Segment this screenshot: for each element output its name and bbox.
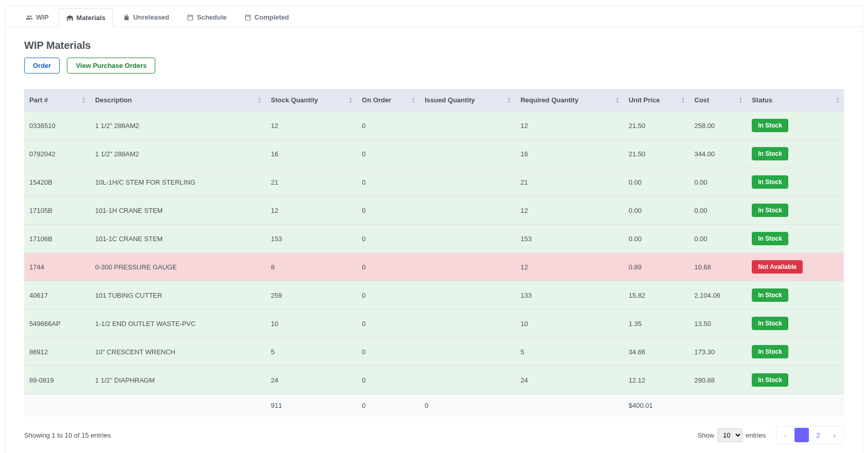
status-badge: In Stock — [752, 317, 788, 330]
sort-icon: ▲▼ — [681, 97, 685, 103]
sort-icon: ▲▼ — [349, 97, 353, 103]
column-header[interactable]: Unit Price▲▼ — [623, 89, 689, 112]
cell: 12.12 — [623, 366, 689, 394]
totals-cell — [689, 394, 747, 417]
cell: 0-300 PRESSURE GAUGE — [90, 253, 266, 281]
cell: 34.66 — [623, 338, 689, 366]
table-row[interactable]: 17106B101-1C CRANE STEM15301530.000.00In… — [24, 225, 844, 253]
table-footer-bar: Showing 1 to 10 of 15 entries Show 10 en… — [24, 426, 844, 444]
cell: 133 — [515, 281, 623, 310]
cell — [420, 310, 515, 338]
totals-cell — [515, 394, 623, 417]
table-body: 03365101 1/2" 288AM21201221.50258.00In S… — [24, 112, 844, 394]
column-header[interactable]: Description▲▼ — [90, 89, 266, 112]
cell: 12 — [515, 112, 623, 140]
cell: 1 1/2" DIAPHRAGM — [90, 366, 266, 394]
totals-cell — [747, 394, 844, 417]
cell: 24 — [515, 366, 623, 394]
sort-icon: ▲▼ — [836, 97, 840, 103]
cell: 0.00 — [689, 225, 747, 253]
table-row[interactable]: 8691210" CRESCENT WRENCH50534.66173.30In… — [24, 338, 844, 366]
cell: 10.68 — [689, 253, 747, 281]
tab-unreleased[interactable]: Unreleased — [115, 8, 177, 27]
cell: 0.00 — [623, 168, 689, 196]
table-row[interactable]: 15420B10L-1H/C STEM FOR STERLING210210.0… — [24, 168, 844, 196]
calendar-icon — [187, 14, 194, 21]
cell: 0 — [357, 168, 420, 196]
lock-icon — [123, 14, 130, 21]
page-card: WIPMaterialsUnreleasedScheduleCompleted … — [5, 5, 863, 453]
cell: 21.50 — [623, 112, 689, 140]
cell: 40617 — [24, 281, 90, 310]
column-header[interactable]: Issued Quantity▲▼ — [420, 89, 515, 112]
cell: 13.50 — [689, 310, 747, 338]
tab-wip[interactable]: WIP — [18, 8, 57, 27]
sort-icon: ▲▼ — [411, 97, 415, 103]
table-row[interactable]: 07920421 1/2" 288AM21601621.50344.00In S… — [24, 140, 844, 168]
column-label: Description — [95, 96, 132, 104]
entries-label: entries — [746, 431, 766, 439]
table-row[interactable]: 17440-300 PRESSURE GAUGE80120.8910.68Not… — [24, 253, 844, 281]
status-badge: In Stock — [752, 232, 788, 245]
page-size-select[interactable]: 10 — [717, 428, 743, 442]
tab-label: Materials — [77, 14, 105, 22]
table-row[interactable]: 89-08191 1/2" DIAPHRAGM2402412.12290.88I… — [24, 366, 844, 394]
sort-icon: ▲▼ — [738, 97, 743, 103]
show-entries: Show 10 entries — [697, 428, 766, 442]
totals-cell: 0 — [420, 394, 515, 417]
page-2[interactable]: 2 — [811, 428, 825, 442]
tab-label: Schedule — [197, 13, 227, 21]
table-row[interactable]: 549666AP1-1/2 END OUTLET WASTE-PVC100101… — [24, 310, 844, 338]
status-cell: In Stock — [747, 168, 844, 196]
column-header[interactable]: Cost▲▼ — [689, 89, 747, 112]
sort-icon: ▲▼ — [507, 97, 511, 103]
cell: 0 — [357, 112, 420, 140]
materials-table: Part #▲▼Description▲▼Stock Quantity▲▼On … — [24, 89, 844, 416]
cell — [420, 112, 515, 140]
cell — [420, 253, 515, 281]
calendar-icon — [244, 14, 251, 21]
cell: 0 — [357, 196, 420, 225]
tab-materials[interactable]: Materials — [59, 8, 113, 27]
page-next[interactable]: › — [827, 428, 842, 442]
status-cell: In Stock — [747, 196, 844, 225]
cell: 0.00 — [689, 196, 747, 225]
cell: 12 — [266, 112, 357, 140]
cell: 0.00 — [689, 168, 747, 196]
column-header[interactable]: On Order▲▼ — [357, 89, 420, 112]
table-row[interactable]: 40617101 TUBING CUTTER259013315.822,104.… — [24, 281, 844, 310]
table-row[interactable]: 17105B101-1H CRANE STEM120120.000.00In S… — [24, 196, 844, 225]
cell: 21 — [266, 168, 357, 196]
tab-completed[interactable]: Completed — [237, 8, 297, 27]
cell: 1 1/2" 288AM2 — [90, 112, 266, 140]
column-header[interactable]: Part #▲▼ — [24, 89, 90, 112]
table-row[interactable]: 03365101 1/2" 288AM21201221.50258.00In S… — [24, 112, 844, 140]
status-cell: In Stock — [747, 310, 844, 338]
cell: 0.89 — [623, 253, 689, 281]
page-prev[interactable]: ‹ — [778, 428, 792, 442]
column-header[interactable]: Status▲▼ — [747, 89, 844, 112]
cell: 0.00 — [623, 225, 689, 253]
page-1[interactable]: 1 — [794, 428, 809, 442]
column-header[interactable]: Stock Quantity▲▼ — [266, 89, 357, 112]
cell: 258.00 — [689, 112, 747, 140]
cell: 1.35 — [623, 310, 689, 338]
totals-cell: 0 — [357, 394, 420, 417]
view-purchase-orders-button[interactable]: View Purchase Orders — [67, 58, 155, 74]
tab-schedule[interactable]: Schedule — [179, 8, 234, 27]
action-buttons: Order View Purchase Orders — [24, 58, 844, 74]
column-header[interactable]: Required Quantity▲▼ — [515, 89, 623, 112]
totals-cell: $400.01 — [623, 394, 689, 417]
cell: 10 — [515, 310, 623, 338]
cell — [420, 140, 515, 168]
column-label: Status — [752, 96, 772, 104]
cell: 17105B — [24, 196, 90, 225]
column-label: Part # — [29, 96, 48, 104]
status-cell: In Stock — [747, 225, 844, 253]
cell: 12 — [266, 196, 357, 225]
cell: 101-1H CRANE STEM — [90, 196, 266, 225]
status-badge: In Stock — [752, 147, 788, 160]
column-label: Cost — [694, 96, 709, 104]
order-button[interactable]: Order — [24, 58, 60, 74]
cell: 0.00 — [623, 196, 689, 225]
